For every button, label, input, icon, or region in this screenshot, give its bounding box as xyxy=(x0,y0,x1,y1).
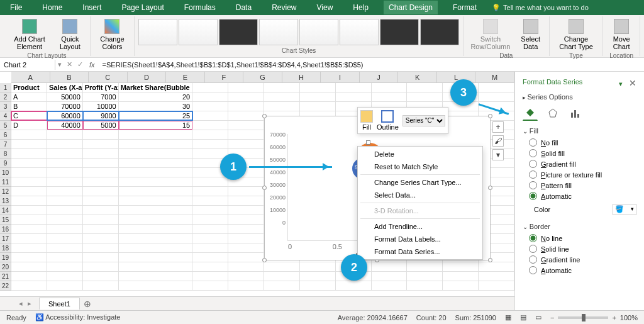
cell[interactable] xyxy=(264,262,300,271)
cell[interactable] xyxy=(192,262,228,271)
cell[interactable] xyxy=(119,168,193,177)
cell[interactable]: A xyxy=(11,92,47,101)
cell[interactable] xyxy=(11,140,47,148)
cell[interactable] xyxy=(47,140,83,148)
zoom-level[interactable]: 100% xyxy=(620,314,638,321)
cell[interactable] xyxy=(192,234,228,243)
row-header[interactable]: 9 xyxy=(0,159,11,168)
fx-icon[interactable]: fx xyxy=(86,61,99,69)
cell[interactable]: Product xyxy=(11,83,47,92)
cell[interactable] xyxy=(228,253,264,262)
cell[interactable] xyxy=(407,83,443,92)
column-headers[interactable]: ABCDEFGHIJKLM xyxy=(11,72,514,83)
cell[interactable] xyxy=(300,83,336,92)
cell[interactable] xyxy=(47,225,83,233)
name-box[interactable]: Chart 2 xyxy=(0,60,55,70)
cell[interactable] xyxy=(11,187,47,196)
cell[interactable] xyxy=(83,168,119,177)
cell[interactable] xyxy=(192,149,228,158)
cell[interactable] xyxy=(192,83,228,92)
cell[interactable] xyxy=(228,111,264,120)
chart-filters-button[interactable]: ▾ xyxy=(492,149,504,160)
cell[interactable] xyxy=(228,225,264,233)
cell[interactable] xyxy=(11,262,47,271)
cell[interactable]: 10000 xyxy=(83,102,119,111)
cell[interactable] xyxy=(11,149,47,158)
zoom-out-icon[interactable]: − xyxy=(550,314,554,321)
cell[interactable] xyxy=(119,234,193,243)
cell[interactable] xyxy=(83,215,119,224)
tab-data[interactable]: Data xyxy=(231,1,257,14)
cell[interactable] xyxy=(228,243,264,252)
col-header[interactable]: C xyxy=(89,72,128,82)
border-option[interactable]: Gradient line xyxy=(523,254,636,265)
row-header[interactable]: 15 xyxy=(0,215,11,225)
view-page-layout-icon[interactable]: ▤ xyxy=(520,313,526,321)
cell[interactable] xyxy=(11,281,47,290)
cell[interactable] xyxy=(11,196,47,205)
tab-review[interactable]: Review xyxy=(267,1,301,14)
series-options-icon[interactable] xyxy=(568,106,583,121)
cell[interactable] xyxy=(300,102,336,111)
row-header[interactable]: 21 xyxy=(0,272,11,281)
cell[interactable] xyxy=(228,215,264,224)
border-option[interactable]: Solid line xyxy=(523,243,636,254)
chart-styles-gallery[interactable] xyxy=(138,18,459,47)
cell[interactable]: 15 xyxy=(119,121,193,130)
cell[interactable] xyxy=(372,281,408,290)
cell[interactable] xyxy=(83,177,119,186)
border-option[interactable]: Automatic xyxy=(523,265,636,276)
fill-section[interactable]: Fill xyxy=(523,127,636,135)
cell[interactable] xyxy=(192,111,228,120)
border-section[interactable]: Border xyxy=(523,223,636,230)
row-header[interactable]: 20 xyxy=(0,262,11,272)
cell[interactable] xyxy=(47,281,83,290)
new-sheet-button[interactable]: ⊕ xyxy=(84,299,91,309)
row-header[interactable]: 17 xyxy=(0,234,11,243)
cell[interactable]: 25 xyxy=(119,111,193,120)
cell[interactable] xyxy=(228,196,264,205)
cell[interactable] xyxy=(47,215,83,224)
col-header[interactable]: B xyxy=(50,72,89,82)
cell[interactable]: 9000 xyxy=(83,111,119,120)
tell-me[interactable]: 💡 Tell me what you want to do xyxy=(492,4,589,12)
cell[interactable] xyxy=(11,177,47,186)
switch-row-column-button[interactable]: Switch Row/Column xyxy=(467,18,514,52)
cell[interactable]: 40000 xyxy=(47,121,83,130)
cell[interactable] xyxy=(336,92,372,101)
cell[interactable] xyxy=(11,234,47,243)
col-header[interactable]: A xyxy=(11,72,50,82)
cell[interactable] xyxy=(119,187,193,196)
cell[interactable] xyxy=(47,168,83,177)
cell[interactable] xyxy=(479,92,514,101)
row-header[interactable]: 2 xyxy=(0,92,11,102)
cell[interactable]: B xyxy=(11,102,47,111)
cancel-icon[interactable]: ✕ xyxy=(64,60,75,69)
move-chart-button[interactable]: Move Chart xyxy=(607,18,636,52)
context-item[interactable]: Reset to Match Style xyxy=(358,160,482,173)
prev-sheet-icon[interactable]: ◂ xyxy=(19,299,23,308)
worksheet[interactable]: ABCDEFGHIJKLM 12345678910111213141516171… xyxy=(0,72,514,310)
zoom-control[interactable]: − + 100% xyxy=(550,314,638,321)
cell[interactable] xyxy=(192,272,228,281)
cell[interactable] xyxy=(192,225,228,233)
cell[interactable]: 50000 xyxy=(47,92,83,101)
col-header[interactable]: D xyxy=(128,72,167,82)
cell[interactable] xyxy=(119,225,193,233)
cell[interactable] xyxy=(479,262,514,271)
cell[interactable] xyxy=(119,196,193,205)
cell[interactable] xyxy=(11,272,47,281)
tab-formulas[interactable]: Formulas xyxy=(179,1,221,14)
view-page-break-icon[interactable]: ▭ xyxy=(535,313,541,321)
context-item[interactable]: Format Data Labels... xyxy=(358,233,482,245)
cell[interactable] xyxy=(192,140,228,148)
cell[interactable] xyxy=(192,121,228,130)
series-options-toggle[interactable]: Series Options xyxy=(523,93,636,101)
cell[interactable] xyxy=(119,140,193,148)
fill-option[interactable]: Pattern fill xyxy=(523,180,636,191)
col-header[interactable]: J xyxy=(360,72,399,82)
color-picker-button[interactable]: 🪣▾ xyxy=(613,204,636,215)
cell[interactable] xyxy=(479,281,514,290)
cell[interactable] xyxy=(47,272,83,281)
dropdown-icon[interactable]: ▾ xyxy=(55,60,64,69)
